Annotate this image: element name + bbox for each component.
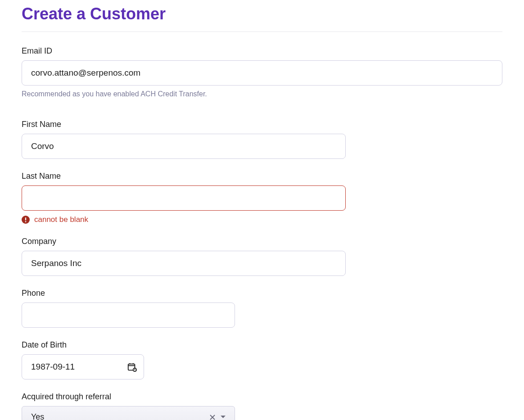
field-dob: Date of Birth [22, 340, 502, 379]
company-label: Company [22, 237, 502, 246]
dob-input[interactable] [22, 354, 144, 379]
error-text: cannot be blank [34, 215, 88, 224]
field-email: Email ID Recommended as you have enabled… [22, 46, 502, 98]
field-company: Company [22, 237, 502, 276]
field-referral: Acquired through referral Yes [22, 392, 502, 420]
email-label: Email ID [22, 46, 502, 56]
field-phone: Phone [22, 289, 502, 328]
divider [22, 32, 502, 32]
last-name-error: cannot be blank [22, 215, 502, 224]
referral-label: Acquired through referral [22, 392, 502, 402]
svg-rect-1 [25, 217, 26, 221]
first-name-label: First Name [22, 120, 502, 129]
page-title: Create a Customer [22, 5, 502, 23]
field-last-name: Last Name cannot be blank [22, 172, 502, 224]
phone-input[interactable] [22, 303, 235, 328]
referral-value: Yes [31, 412, 44, 420]
referral-select[interactable]: Yes [22, 406, 235, 420]
last-name-label: Last Name [22, 172, 502, 181]
email-input[interactable] [22, 60, 502, 86]
email-help-text: Recommended as you have enabled ACH Cred… [22, 90, 502, 98]
clear-icon[interactable] [210, 415, 215, 420]
last-name-input[interactable] [22, 185, 346, 211]
company-input[interactable] [22, 251, 346, 276]
first-name-input[interactable] [22, 134, 346, 159]
dob-label: Date of Birth [22, 340, 502, 350]
error-icon [22, 216, 30, 224]
chevron-down-icon [221, 415, 226, 419]
field-first-name: First Name [22, 120, 502, 159]
svg-point-2 [25, 221, 27, 222]
phone-label: Phone [22, 289, 502, 298]
create-customer-form: Create a Customer Email ID Recommended a… [0, 5, 524, 420]
